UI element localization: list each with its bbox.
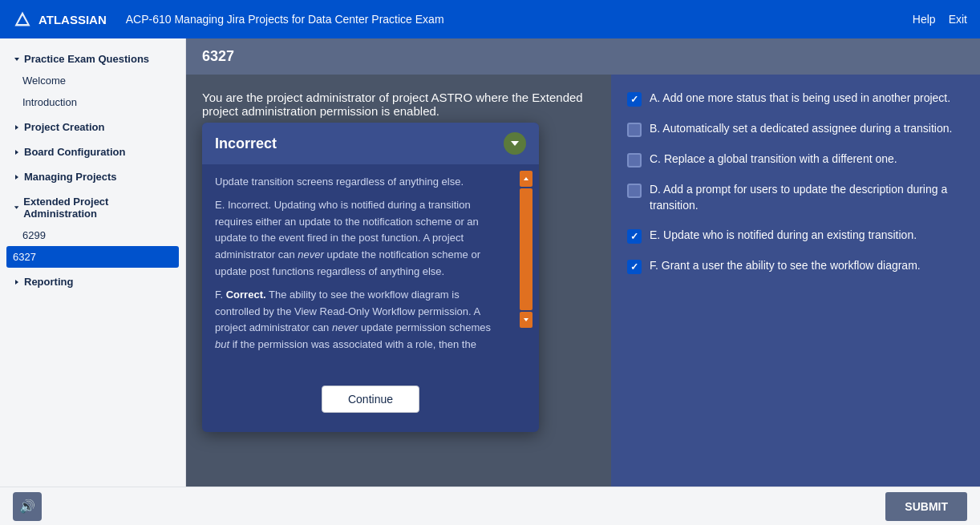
sidebar-item-6327[interactable]: 6327: [6, 246, 179, 268]
question-text: You are the project administrator of pro…: [202, 91, 587, 118]
svg-marker-4: [15, 150, 18, 155]
answer-checkbox-e[interactable]: [627, 229, 642, 244]
continue-button[interactable]: Continue: [322, 386, 419, 413]
logo: ATLASSIAN: [13, 10, 107, 29]
sidebar-item-extended-project-admin[interactable]: Extended Project Administration: [0, 191, 185, 224]
modal-toggle-button[interactable]: [504, 132, 526, 155]
app-title: ACP-610 Managing Jira Projects for Data …: [126, 13, 913, 26]
answer-checkbox-f[interactable]: [627, 260, 642, 274]
sidebar-item-board-configuration[interactable]: Board Configuration: [0, 141, 185, 163]
sidebar-item-managing-projects[interactable]: Managing Projects: [0, 166, 185, 188]
question-body: You are the project administrator of pro…: [186, 75, 980, 487]
bottom-bar: 🔊 SUBMIT: [0, 487, 980, 525]
chevron-right-icon: [13, 148, 21, 156]
scroll-down-button[interactable]: [520, 312, 533, 328]
scroll-up-button[interactable]: [520, 171, 533, 187]
svg-marker-5: [15, 175, 18, 180]
sidebar-section-practice: Practice Exam Questions Welcome Introduc…: [0, 48, 185, 113]
answer-text-d: D. Add a prompt for users to update the …: [650, 182, 964, 213]
modal-paragraph-2: E. Incorrect. Updating who is notified d…: [215, 197, 500, 281]
sidebar: Practice Exam Questions Welcome Introduc…: [0, 38, 186, 487]
answer-text-b: B. Automatically set a dedicated assigne…: [650, 121, 952, 137]
chevron-down-icon: [13, 55, 21, 63]
sidebar-item-6299[interactable]: 6299: [0, 224, 185, 246]
answers-panel: A. Add one more status that is being use…: [611, 75, 980, 487]
svg-marker-9: [524, 177, 528, 180]
atlassian-logo-icon: [13, 10, 32, 29]
exit-link[interactable]: Exit: [949, 13, 967, 26]
chevron-right-icon: [13, 173, 21, 181]
sidebar-section-managing-projects: Managing Projects: [0, 166, 185, 188]
svg-marker-2: [14, 58, 19, 61]
chevron-down-icon: [13, 204, 20, 212]
answer-text-c: C. Replace a global transition with a di…: [650, 151, 897, 168]
answer-option-f[interactable]: F. Grant a user the ability to see the w…: [627, 258, 964, 274]
sidebar-item-reporting[interactable]: Reporting: [0, 271, 185, 293]
help-link[interactable]: Help: [913, 13, 936, 26]
answer-option-a[interactable]: A. Add one more status that is being use…: [627, 91, 964, 107]
answer-option-c[interactable]: C. Replace a global transition with a di…: [627, 151, 964, 168]
arrow-up-icon: [523, 176, 529, 181]
sidebar-item-practice-exam-questions[interactable]: Practice Exam Questions: [0, 48, 185, 70]
audio-button[interactable]: 🔊: [13, 492, 42, 521]
answer-checkbox-d[interactable]: [627, 184, 642, 198]
answer-checkbox-a[interactable]: [627, 92, 642, 107]
modal-paragraph-1: Update transition screens regardless of …: [215, 174, 500, 191]
modal-body: Update transition screens regardless of …: [202, 164, 539, 370]
answer-text-a: A. Add one more status that is being use…: [650, 91, 950, 107]
chevron-down-icon: [509, 138, 520, 149]
chevron-right-icon: [13, 123, 21, 131]
svg-marker-3: [15, 125, 18, 130]
sidebar-item-project-creation[interactable]: Project Creation: [0, 116, 185, 138]
sidebar-item-welcome[interactable]: Welcome: [0, 70, 185, 91]
nav-links: Help Exit: [913, 13, 967, 26]
submit-button[interactable]: SUBMIT: [885, 492, 967, 521]
modal-header: Incorrect: [202, 123, 539, 164]
answer-option-d[interactable]: D. Add a prompt for users to update the …: [627, 182, 964, 213]
svg-marker-10: [524, 318, 528, 321]
answer-option-e[interactable]: E. Update who is notified during an exis…: [627, 228, 964, 244]
chevron-right-icon: [13, 278, 21, 286]
modal-title: Incorrect: [215, 135, 277, 152]
modal-scrollbar: [520, 171, 533, 328]
answer-checkbox-b[interactable]: [627, 123, 642, 137]
sidebar-section-board-config: Board Configuration: [0, 141, 185, 163]
svg-marker-6: [14, 206, 19, 209]
sidebar-section-extended-admin: Extended Project Administration 6299 632…: [0, 191, 185, 268]
modal-paragraph-3: F. Correct. The ability to see the workf…: [215, 287, 500, 353]
arrow-down-icon: [523, 317, 529, 322]
sidebar-item-introduction[interactable]: Introduction: [0, 91, 185, 113]
answer-text-e: E. Update who is notified during an exis…: [650, 228, 917, 244]
question-header: 6327: [186, 38, 980, 75]
top-navigation: ATLASSIAN ACP-610 Managing Jira Projects…: [0, 0, 980, 38]
answer-option-b[interactable]: B. Automatically set a dedicated assigne…: [627, 121, 964, 137]
scrollbar-track[interactable]: [520, 188, 533, 310]
answer-text-f: F. Grant a user the ability to see the w…: [650, 258, 921, 274]
sidebar-section-reporting: Reporting: [0, 271, 185, 293]
audio-icon: 🔊: [19, 499, 35, 514]
incorrect-modal: Incorrect Update transition screens rega…: [202, 123, 539, 432]
sidebar-section-project-creation: Project Creation: [0, 116, 185, 138]
answer-checkbox-c[interactable]: [627, 153, 642, 168]
logo-text: ATLASSIAN: [38, 13, 107, 26]
content-area: 6327 You are the project administrator o…: [186, 38, 980, 487]
main-layout: Practice Exam Questions Welcome Introduc…: [0, 38, 980, 487]
svg-marker-7: [15, 280, 18, 285]
question-number: 6327: [202, 48, 234, 64]
modal-footer: Continue: [202, 370, 539, 432]
svg-marker-8: [511, 141, 519, 146]
